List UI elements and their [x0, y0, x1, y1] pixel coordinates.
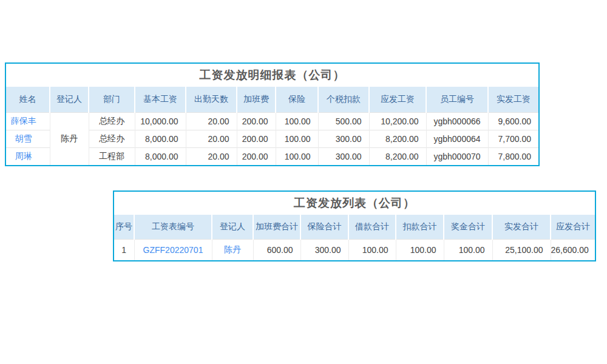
header-overtime-total: 加班费合计 — [253, 215, 300, 239]
header-payable-salary: 应发工资 — [369, 87, 426, 112]
insurance-cell: 100.00 — [276, 112, 318, 130]
list-header-row: 序号 工资表编号 登记人 加班费合计 保险合计 借款合计 扣款合计 奖金合计 实… — [114, 215, 595, 239]
actual-total-cell: 25,100.00 — [492, 239, 551, 260]
tax-deduction-cell: 300.00 — [318, 147, 369, 165]
insurance-cell: 100.00 — [276, 147, 318, 165]
list-report-title: 工资发放列表（公司） — [114, 192, 595, 215]
insurance-cell: 100.00 — [276, 130, 318, 147]
actual-salary-cell: 9,600.00 — [488, 112, 538, 130]
salary-detail-report: 工资发放明细报表（公司） 姓名 登记人 部门 基本工资 出勤天数 加班费 保险 … — [5, 62, 540, 166]
employee-id-cell: ygbh000066 — [426, 112, 488, 130]
header-insurance: 保险 — [276, 87, 318, 112]
attendance-days-cell: 20.00 — [186, 130, 237, 147]
header-name: 姓名 — [6, 87, 50, 112]
actual-salary-cell: 7,800.00 — [488, 147, 538, 165]
registrar-cell: 陈丹 — [50, 112, 89, 165]
seq-cell: 1 — [114, 239, 134, 260]
header-employee-id: 员工编号 — [426, 87, 488, 112]
header-payable-total: 应发合计 — [551, 215, 595, 239]
overtime-total-cell: 600.00 — [253, 239, 300, 260]
payroll-id-link[interactable]: GZFF20220701 — [134, 239, 212, 260]
salary-list-report: 工资发放列表（公司） 序号 工资表编号 登记人 加班费合计 保险合计 借款合计 … — [113, 190, 596, 261]
header-actual-salary: 实发工资 — [488, 87, 538, 112]
header-deduction-total: 扣款合计 — [396, 215, 444, 239]
list-row-1: 1 GZFF20220701 陈丹 600.00 300.00 100.00 1… — [114, 239, 595, 260]
attendance-days-cell: 20.00 — [186, 147, 237, 165]
payable-salary-cell: 8,200.00 — [369, 130, 426, 147]
attendance-days-cell: 20.00 — [186, 112, 237, 130]
employee-id-cell: ygbh000070 — [426, 147, 488, 165]
header-department: 部门 — [89, 87, 135, 112]
header-base-salary: 基本工资 — [135, 87, 186, 112]
overtime-pay-cell: 200.00 — [237, 130, 276, 147]
actual-salary-cell: 7,700.00 — [488, 130, 538, 147]
department-cell: 工程部 — [89, 147, 135, 165]
overtime-pay-cell: 200.00 — [237, 147, 276, 165]
tax-deduction-cell: 300.00 — [318, 130, 369, 147]
detail-report-title: 工资发放明细报表（公司） — [6, 64, 538, 87]
employee-name-link[interactable]: 胡雪 — [6, 130, 50, 147]
payable-salary-cell: 8,200.00 — [369, 147, 426, 165]
bonus-total-cell: 100.00 — [444, 239, 492, 260]
header-registrar: 登记人 — [50, 87, 89, 112]
header-tax-deduction: 个税扣款 — [318, 87, 369, 112]
header-bonus-total: 奖金合计 — [444, 215, 492, 239]
header-actual-total: 实发合计 — [492, 215, 551, 239]
base-salary-cell: 10,000.00 — [135, 112, 186, 130]
registrar-link[interactable]: 陈丹 — [212, 239, 253, 260]
header-payroll-id: 工资表编号 — [134, 215, 212, 239]
list-report-table: 序号 工资表编号 登记人 加班费合计 保险合计 借款合计 扣款合计 奖金合计 实… — [114, 215, 595, 260]
overtime-pay-cell: 200.00 — [237, 112, 276, 130]
employee-id-cell: ygbh000064 — [426, 130, 488, 147]
deduction-total-cell: 100.00 — [396, 239, 444, 260]
tax-deduction-cell: 500.00 — [318, 112, 369, 130]
employee-name-link[interactable]: 薛保丰 — [6, 112, 50, 130]
base-salary-cell: 8,000.00 — [135, 147, 186, 165]
header-seq: 序号 — [114, 215, 134, 239]
header-registrar: 登记人 — [212, 215, 253, 239]
insurance-total-cell: 300.00 — [300, 239, 348, 260]
header-overtime-pay: 加班费 — [237, 87, 276, 112]
detail-report-table: 姓名 登记人 部门 基本工资 出勤天数 加班费 保险 个税扣款 应发工资 员工编… — [6, 87, 538, 165]
base-salary-cell: 8,000.00 — [135, 130, 186, 147]
department-cell: 总经办 — [89, 112, 135, 130]
detail-header-row: 姓名 登记人 部门 基本工资 出勤天数 加班费 保险 个税扣款 应发工资 员工编… — [6, 87, 538, 112]
header-insurance-total: 保险合计 — [300, 215, 348, 239]
detail-row-1: 薛保丰 陈丹 总经办 10,000.00 20.00 200.00 100.00… — [6, 112, 538, 130]
payable-total-cell: 26,600.00 — [551, 239, 595, 260]
header-loan-total: 借款合计 — [348, 215, 396, 239]
payable-salary-cell: 10,200.00 — [369, 112, 426, 130]
loan-total-cell: 100.00 — [348, 239, 396, 260]
department-cell: 总经办 — [89, 130, 135, 147]
employee-name-link[interactable]: 周琳 — [6, 147, 50, 165]
header-attendance-days: 出勤天数 — [186, 87, 237, 112]
